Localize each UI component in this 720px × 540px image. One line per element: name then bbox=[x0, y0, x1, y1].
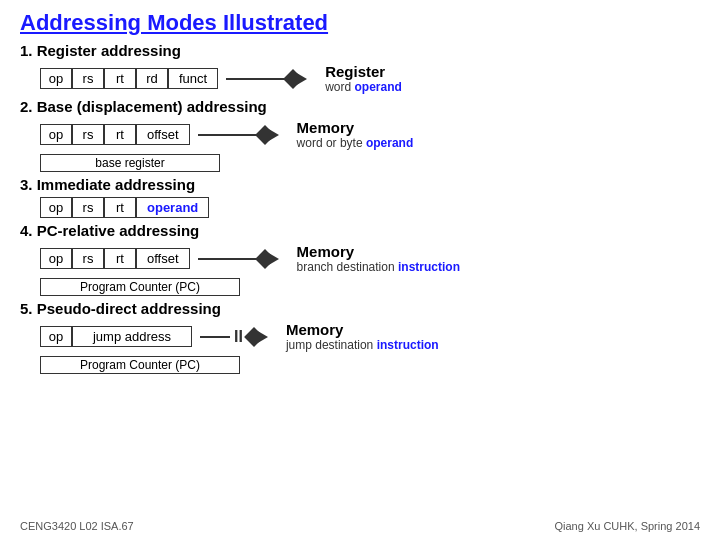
section-4-row: op rs rt offset Memory branch destinatio… bbox=[40, 243, 700, 274]
section-pseudo-direct: 5. Pseudo-direct addressing op jump addr… bbox=[20, 300, 700, 374]
target-5: Memory jump destination instruction bbox=[276, 321, 439, 352]
page-title: Addressing Modes Illustrated bbox=[20, 10, 700, 36]
rd-box: rd bbox=[136, 68, 168, 89]
section-3-row: op rs rt operand bbox=[40, 197, 700, 218]
rt-box-4: rt bbox=[104, 248, 136, 269]
ii-arrow-container: II bbox=[200, 328, 268, 346]
target-4-sub: branch destination instruction bbox=[297, 260, 460, 274]
section-1-row: op rs rt rd funct Register word operand bbox=[40, 63, 700, 94]
rs-box-2: rs bbox=[72, 124, 104, 145]
pc-label-container-4: Program Counter (PC) bbox=[40, 276, 700, 296]
rs-box: rs bbox=[72, 68, 104, 89]
offset-box-2: offset bbox=[136, 124, 190, 145]
target-2-sub: word or byte operand bbox=[297, 136, 414, 150]
target-2-label: Memory bbox=[297, 119, 414, 136]
arrow-4 bbox=[198, 252, 279, 266]
footer-left: CENG3420 L02 ISA.67 bbox=[20, 520, 134, 532]
rt-box: rt bbox=[104, 68, 136, 89]
section-pc-relative: 4. PC-relative addressing op rs rt offse… bbox=[20, 222, 700, 296]
ii-symbol: II bbox=[234, 328, 243, 346]
section-register: 1. Register addressing op rs rt rd funct… bbox=[20, 42, 700, 94]
op-box: op bbox=[40, 68, 72, 89]
target-1-sub: word operand bbox=[325, 80, 402, 94]
section-2-title: 2. Base (displacement) addressing bbox=[20, 98, 700, 115]
target-5-label: Memory bbox=[286, 321, 439, 338]
section-5-row: op jump address II Memory jump destinati… bbox=[40, 321, 700, 352]
rs-box-3: rs bbox=[72, 197, 104, 218]
target-4: Memory branch destination instruction bbox=[287, 243, 460, 274]
target-1-label: Register bbox=[325, 63, 402, 80]
op-box-2: op bbox=[40, 124, 72, 145]
section-4-title: 4. PC-relative addressing bbox=[20, 222, 700, 239]
op-box-5: op bbox=[40, 326, 72, 347]
target-1: Register word operand bbox=[315, 63, 402, 94]
pc-label-container-5: Program Counter (PC) bbox=[40, 354, 700, 374]
target-2: Memory word or byte operand bbox=[287, 119, 414, 150]
jump-box-5: jump address bbox=[72, 326, 192, 347]
rt-box-3: rt bbox=[104, 197, 136, 218]
section-2-row: op rs rt offset Memory word or byte oper… bbox=[40, 119, 700, 150]
arrow-2 bbox=[198, 128, 279, 142]
target-5-sub: jump destination instruction bbox=[286, 338, 439, 352]
footer: CENG3420 L02 ISA.67 Qiang Xu CUHK, Sprin… bbox=[20, 520, 700, 532]
pc-label-5: Program Counter (PC) bbox=[40, 356, 240, 374]
op-box-3: op bbox=[40, 197, 72, 218]
op-box-4: op bbox=[40, 248, 72, 269]
base-register-label: base register bbox=[40, 154, 220, 172]
base-register-container: base register bbox=[40, 152, 700, 172]
section-1-title: 1. Register addressing bbox=[20, 42, 700, 59]
section-3-title: 3. Immediate addressing bbox=[20, 176, 700, 193]
section-immediate: 3. Immediate addressing op rs rt operand bbox=[20, 176, 700, 218]
rt-box-2: rt bbox=[104, 124, 136, 145]
footer-right: Qiang Xu CUHK, Spring 2014 bbox=[554, 520, 700, 532]
arrow-1 bbox=[226, 72, 307, 86]
target-4-label: Memory bbox=[297, 243, 460, 260]
offset-box-4: offset bbox=[136, 248, 190, 269]
funct-box: funct bbox=[168, 68, 218, 89]
section-5-title: 5. Pseudo-direct addressing bbox=[20, 300, 700, 317]
operand-box-3: operand bbox=[136, 197, 209, 218]
pc-label-4: Program Counter (PC) bbox=[40, 278, 240, 296]
rs-box-4: rs bbox=[72, 248, 104, 269]
section-base: 2. Base (displacement) addressing op rs … bbox=[20, 98, 700, 172]
